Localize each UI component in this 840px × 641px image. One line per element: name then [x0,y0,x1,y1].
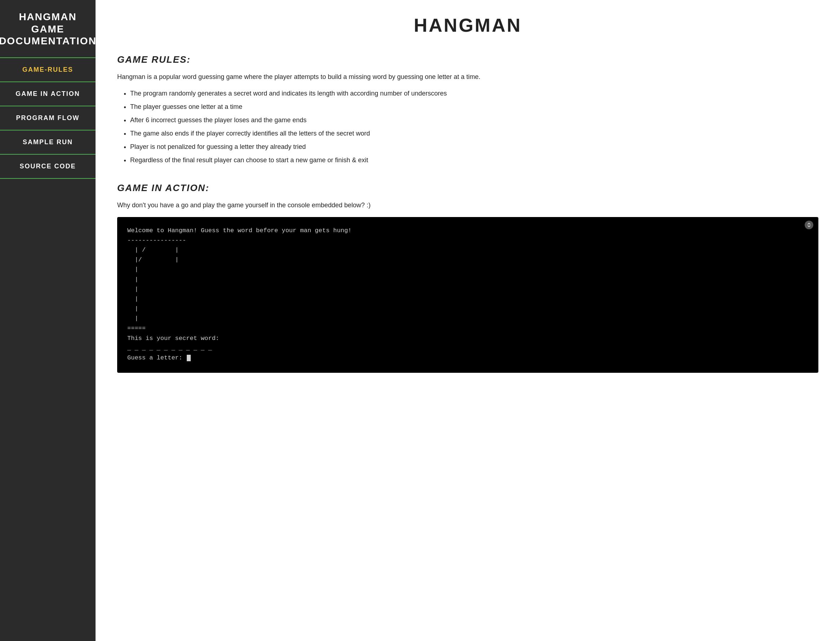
list-item: The player guesses one letter at a time [130,102,818,112]
sidebar-nav: game-rules GAME IN ACTION PROGRAM FLOW S… [0,58,95,179]
sidebar-item-game-in-action[interactable]: GAME IN ACTION [0,82,95,106]
list-item: Player is not penalized for guessing a l… [130,142,818,152]
page-title: HANGMAN [117,14,818,36]
section-title-game-in-action: GAME IN ACTION: [117,182,818,193]
console-terminal[interactable]: Welcome to Hangman! Guess the word befor… [117,217,818,373]
main-content: HANGMAN GAME RULES: Hangman is a popular… [95,0,840,641]
sidebar-title: HANGMANGAMEDOCUMENTATION [0,11,104,57]
section-game-in-action: GAME IN ACTION: Why don't you have a go … [117,182,818,373]
console-output: Welcome to Hangman! Guess the word befor… [127,225,808,363]
section-title-game-rules: GAME RULES: [117,54,818,65]
section-game-rules: GAME RULES: Hangman is a popular word gu… [117,54,818,165]
sidebar-divider-5 [0,178,95,179]
sidebar-section-game-rules: game-rules [0,58,95,82]
section-list-game-rules: The program randomly generates a secret … [117,89,818,165]
sidebar-section-game-in-action: GAME IN ACTION [0,82,95,106]
sidebar-item-program-flow[interactable]: PROGRAM FLOW [0,106,95,130]
section-desc-game-rules: Hangman is a popular word guessing game … [117,72,818,82]
section-desc-game-in-action: Why don't you have a go and play the gam… [117,200,818,211]
sidebar-section-sample-run: SAMPLE RUN [0,130,95,155]
sidebar-item-source-code[interactable]: SOURCE CODE [0,155,95,178]
console-scroll-icon[interactable] [805,221,813,229]
list-item: After 6 incorrect guesses the player los… [130,115,818,125]
sidebar-section-source-code: SOURCE CODE [0,155,95,179]
sidebar-section-program-flow: PROGRAM FLOW [0,106,95,130]
console-cursor [187,355,191,361]
sidebar-item-game-rules[interactable]: game-rules [0,58,95,82]
sidebar-item-sample-run[interactable]: SAMPLE RUN [0,130,95,154]
list-item: The program randomly generates a secret … [130,89,818,98]
list-item: The game also ends if the player correct… [130,129,818,139]
sidebar: HANGMANGAMEDOCUMENTATION game-rules GAME… [0,0,95,641]
list-item: Regardless of the final result player ca… [130,155,818,165]
